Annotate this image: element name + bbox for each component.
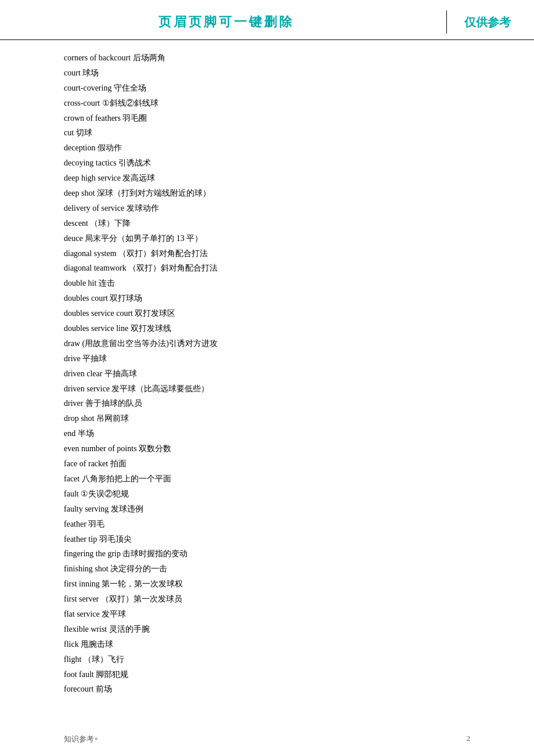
term-item: drop shot 吊网前球 [64, 411, 470, 426]
term-item: flight （球）飞行 [64, 652, 470, 667]
term-item: deep high service 发高远球 [64, 171, 470, 186]
term-item: court 球场 [64, 66, 470, 81]
term-item: first inning 第一轮，第一次发球权 [64, 577, 470, 592]
term-item: corners of backcourt 后场两角 [64, 51, 470, 66]
term-item: descent （球）下降 [64, 216, 470, 231]
term-item: flexible wrist 灵活的手腕 [64, 622, 470, 637]
header-title: 页眉页脚可一键删除 [158, 15, 294, 29]
term-item: crown of feathers 羽毛圈 [64, 111, 470, 126]
term-item: deuce 局末平分（如男子单打的 13 平） [64, 231, 470, 246]
main-content: corners of backcourt 后场两角court 球场court-c… [0, 40, 534, 720]
header-reference: 仅供参考 [464, 15, 511, 30]
footer-left: 知识参考+ [64, 734, 98, 744]
term-item: even number of points 双数分数 [64, 441, 470, 456]
term-item: drive 平抽球 [64, 351, 470, 366]
term-item: doubles service line 双打发球线 [64, 321, 470, 336]
term-item: deep shot 深球（打到对方端线附近的球） [64, 186, 470, 201]
term-item: feather tip 羽毛顶尖 [64, 532, 470, 547]
term-item: delivery of service 发球动作 [64, 201, 470, 216]
page-header: 页眉页脚可一键删除 仅供参考 [0, 0, 534, 40]
term-item: decoying tactics 引诱战术 [64, 156, 470, 171]
term-item: deception 假动作 [64, 141, 470, 156]
footer-right: 2 [467, 734, 471, 744]
term-item: flat service 发平球 [64, 607, 470, 622]
term-item: faulty serving 发球违例 [64, 502, 470, 517]
header-divider [446, 10, 447, 34]
term-item: driven clear 平抽高球 [64, 366, 470, 381]
term-item: finishing shot 决定得分的一击 [64, 561, 470, 577]
term-item: fingering the grip 击球时握指的变动 [64, 546, 470, 561]
term-item: feather 羽毛 [64, 517, 470, 532]
page-footer: 知识参考+ 2 [0, 734, 534, 744]
term-item: flick 甩腕击球 [64, 637, 470, 652]
term-item: driven service 发平球（比高远球要低些） [64, 381, 470, 397]
term-item: doubles service court 双打发球区 [64, 306, 470, 321]
term-item: cut 切球 [64, 125, 470, 141]
term-item: doubles court 双打球场 [64, 291, 470, 306]
terms-list: corners of backcourt 后场两角court 球场court-c… [64, 51, 470, 697]
term-item: forecourt 前场 [64, 682, 470, 697]
term-item: driver 善于抽球的队员 [64, 396, 470, 411]
term-item: diagonal system （双打）斜对角配合打法 [64, 246, 470, 261]
term-item: fault ①失误②犯规 [64, 487, 470, 502]
term-item: facet 八角形拍把上的一个平面 [64, 471, 470, 487]
term-item: cross-court ①斜线②斜线球 [64, 96, 470, 111]
term-item: double hit 连击 [64, 276, 470, 291]
term-item: end 半场 [64, 426, 470, 441]
term-item: diagonal teamwork （双打）斜对角配合打法 [64, 261, 470, 276]
header-left: 页眉页脚可一键删除 [23, 13, 429, 31]
term-item: first server （双打）第一次发球员 [64, 592, 470, 607]
term-item: court-covering 守住全场 [64, 81, 470, 96]
term-item: draw (用故意留出空当等办法)引诱对方进攻 [64, 336, 470, 351]
term-item: face of racket 拍面 [64, 456, 470, 471]
term-item: foot fault 脚部犯规 [64, 667, 470, 682]
